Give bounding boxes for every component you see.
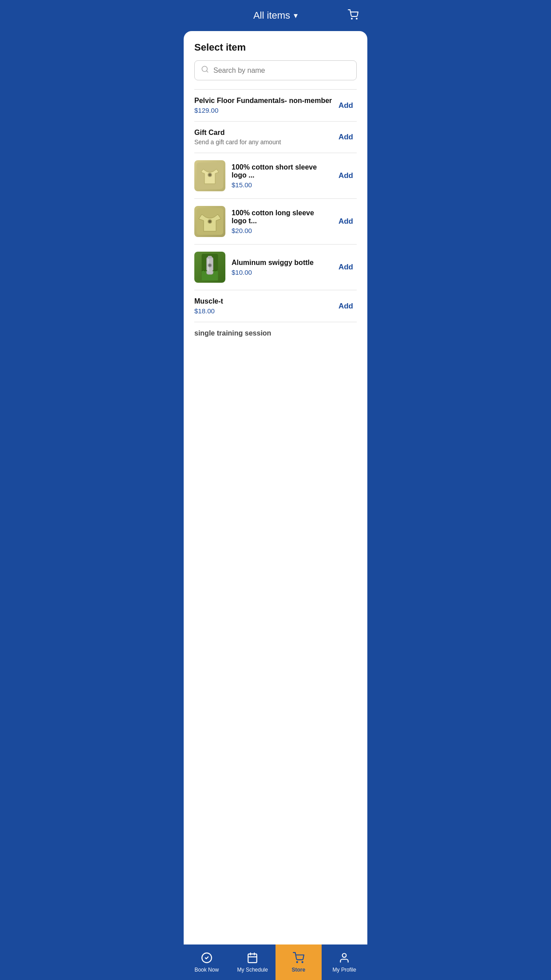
search-input[interactable] <box>213 67 350 75</box>
item-info: Gift Card Send a gift card for any amoun… <box>194 129 335 146</box>
item-price: $18.00 <box>194 307 335 315</box>
item-name: 100% cotton long sleeve logo t... <box>232 209 329 225</box>
add-button[interactable]: Add <box>335 215 357 228</box>
list-item: Muscle-t $18.00 Add <box>194 290 357 322</box>
shirt-short-icon <box>197 162 223 189</box>
item-info: Pelvic Floor Fundamentals- non-member $1… <box>194 97 335 114</box>
app-header: All items ▾ <box>184 0 367 31</box>
item-description: Send a gift card for any amount <box>194 138 335 146</box>
chevron-down-icon: ▾ <box>294 11 298 20</box>
cart-button[interactable] <box>348 9 358 22</box>
svg-point-16 <box>209 264 211 267</box>
header-title-wrap[interactable]: All items ▾ <box>253 10 298 21</box>
item-name: Pelvic Floor Fundamentals- non-member <box>194 97 335 105</box>
add-button[interactable]: Add <box>335 131 357 143</box>
item-name: 100% cotton short sleeve logo ... <box>232 163 329 179</box>
list-item: 100% cotton long sleeve logo t... $20.00… <box>194 199 357 245</box>
list-item: single training session <box>194 322 357 343</box>
item-info: 100% cotton long sleeve logo t... $20.00 <box>232 209 329 234</box>
cart-icon <box>348 9 358 20</box>
item-info: 100% cotton short sleeve logo ... $15.00 <box>232 163 329 189</box>
item-image <box>194 160 225 191</box>
list-item: Gift Card Send a gift card for any amoun… <box>194 122 357 153</box>
add-button[interactable]: Add <box>335 170 357 182</box>
section-title: Select item <box>194 42 357 53</box>
list-item: 100% cotton short sleeve logo ... $15.00… <box>194 153 357 199</box>
search-icon <box>201 65 209 75</box>
bottle-icon <box>201 254 219 281</box>
add-button[interactable]: Add <box>335 99 357 112</box>
svg-line-3 <box>206 71 208 72</box>
main-content-card: Select item Pelvic Floor Fundamentals- n… <box>184 31 367 944</box>
svg-point-0 <box>351 18 352 19</box>
add-button[interactable]: Add <box>335 261 357 273</box>
svg-point-1 <box>356 18 357 19</box>
item-price: $20.00 <box>232 227 329 234</box>
item-name: Gift Card <box>194 129 335 137</box>
svg-point-6 <box>209 174 211 176</box>
svg-point-9 <box>209 220 211 223</box>
item-name: single training session <box>194 329 357 337</box>
add-button[interactable]: Add <box>335 300 357 312</box>
item-image <box>194 206 225 237</box>
item-price: $129.00 <box>194 107 335 114</box>
list-item: Aluminum swiggy bottle $10.00 Add <box>194 245 357 290</box>
search-box[interactable] <box>194 60 357 80</box>
item-name: Aluminum swiggy bottle <box>232 259 329 267</box>
item-info: Muscle-t $18.00 <box>194 297 335 315</box>
item-name: Muscle-t <box>194 297 335 305</box>
list-item: Pelvic Floor Fundamentals- non-member $1… <box>194 90 357 122</box>
item-price: $10.00 <box>232 269 329 276</box>
svg-rect-13 <box>208 256 212 259</box>
item-info: Aluminum swiggy bottle $10.00 <box>232 259 329 276</box>
header-title: All items <box>253 10 290 21</box>
item-price: $15.00 <box>232 181 329 189</box>
shirt-long-icon <box>197 208 223 235</box>
item-image <box>194 252 225 283</box>
